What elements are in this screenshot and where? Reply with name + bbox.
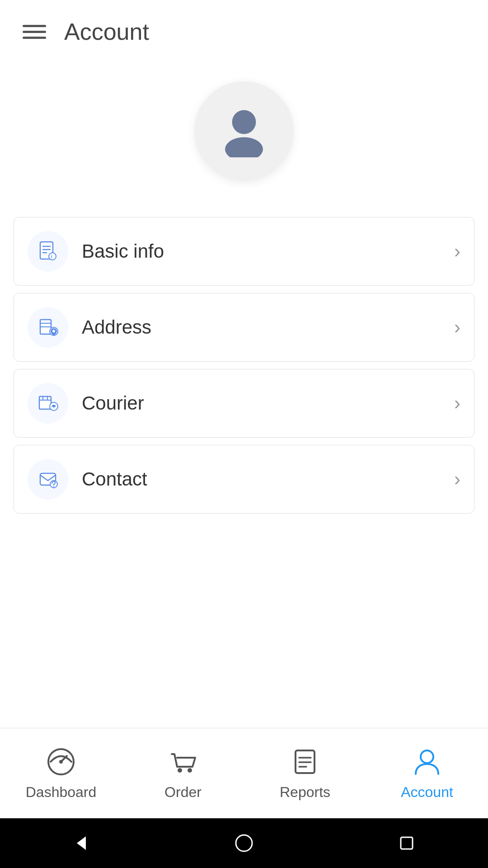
bottom-nav: Dashboard Order Reports Account: [0, 728, 488, 818]
basic-info-label: Basic info: [82, 241, 454, 262]
android-nav-bar: [0, 818, 488, 868]
reports-nav-label: Reports: [280, 784, 330, 801]
basic-info-icon-wrapper: i: [28, 231, 68, 272]
svg-rect-13: [39, 396, 51, 409]
svg-point-1: [225, 137, 263, 157]
courier-label: Courier: [82, 392, 454, 414]
account-nav-label: Account: [401, 784, 453, 801]
dashboard-icon: [45, 746, 77, 778]
recents-button[interactable]: [395, 832, 418, 854]
nav-item-order[interactable]: Order: [122, 728, 244, 818]
menu-item-address[interactable]: Address ›: [14, 293, 474, 362]
menu-item-basic-info[interactable]: i Basic info ›: [14, 217, 474, 286]
svg-point-6: [49, 253, 56, 260]
contact-icon: [37, 468, 59, 491]
account-nav-icon: [411, 746, 443, 778]
reports-icon: [289, 746, 321, 778]
back-button[interactable]: [70, 832, 93, 854]
address-icon: [37, 316, 59, 339]
nav-item-account[interactable]: Account: [366, 728, 488, 818]
address-icon-wrapper: [28, 307, 68, 348]
contact-icon-wrapper: [28, 459, 68, 500]
svg-point-21: [53, 486, 54, 487]
address-label: Address: [82, 316, 454, 338]
svg-point-24: [59, 760, 63, 764]
avatar[interactable]: [194, 81, 294, 181]
svg-point-31: [421, 750, 433, 763]
svg-rect-34: [401, 837, 413, 849]
svg-point-0: [232, 110, 256, 134]
document-info-icon: i: [37, 240, 59, 263]
user-avatar-icon: [217, 103, 271, 159]
contact-chevron-icon: ›: [454, 468, 460, 490]
contact-label: Contact: [82, 468, 454, 490]
menu-list: i Basic info › Address ›: [0, 217, 488, 728]
order-nav-label: Order: [164, 784, 202, 801]
svg-marker-32: [77, 836, 86, 850]
dashboard-nav-label: Dashboard: [26, 784, 97, 801]
home-button[interactable]: [233, 832, 255, 854]
header: Account: [0, 0, 488, 54]
svg-point-33: [236, 835, 252, 851]
nav-item-reports[interactable]: Reports: [244, 728, 366, 818]
nav-item-dashboard[interactable]: Dashboard: [0, 728, 122, 818]
courier-icon-wrapper: [28, 383, 68, 424]
svg-point-26: [188, 768, 192, 773]
svg-point-25: [178, 768, 182, 773]
menu-item-courier[interactable]: Courier ›: [14, 369, 474, 438]
svg-point-18: [53, 406, 55, 408]
svg-text:i: i: [51, 254, 52, 259]
address-chevron-icon: ›: [454, 316, 460, 338]
svg-point-12: [52, 330, 55, 333]
courier-icon: [37, 392, 59, 415]
avatar-section: [0, 54, 488, 217]
page-title: Account: [64, 18, 149, 45]
menu-item-contact[interactable]: Contact ›: [14, 445, 474, 514]
courier-chevron-icon: ›: [454, 392, 460, 414]
basic-info-chevron-icon: ›: [454, 241, 460, 262]
hamburger-menu-button[interactable]: [18, 20, 51, 43]
order-icon: [167, 746, 199, 778]
